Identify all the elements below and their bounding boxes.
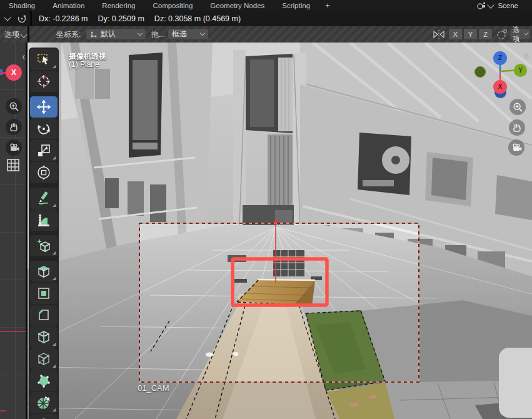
measure-icon (36, 212, 52, 228)
tool-bevel-button[interactable] (30, 305, 58, 326)
mirror-x-toggle[interactable]: X (448, 28, 463, 40)
tab-shading[interactable]: Shading (0, 0, 44, 11)
viewport-header: Dx: -0.2286 m Dy: 0.2509 m Dz: 0.3058 m … (0, 11, 532, 27)
scene-name: Scene (498, 2, 518, 9)
tool-select-box-button[interactable] (30, 49, 58, 70)
orbit-icon (16, 13, 28, 24)
left-options-label: 选项 (4, 30, 19, 39)
tool-scale-button[interactable] (30, 140, 58, 161)
toolbar (29, 48, 59, 419)
left-editor-options-dropdown[interactable]: 选项 (0, 26, 26, 43)
transform-icon (36, 164, 52, 181)
delta-z-value: Dz: 0.3058 m (0.4569 m) (154, 14, 241, 23)
axis-y-negative-ball[interactable] (474, 66, 486, 78)
work-area: ‹ X (0, 43, 532, 419)
poly-build-icon (36, 373, 52, 389)
mirror-icon[interactable] (433, 29, 445, 40)
tool-cursor-button[interactable] (30, 71, 58, 92)
mirror-y-toggle[interactable]: Y (463, 28, 478, 40)
options-label: 选项 (513, 25, 522, 44)
x-axis-gridline (0, 331, 26, 332)
orientation-label: 坐标系: (56, 26, 81, 43)
orientation-value: 默认 (101, 29, 116, 39)
topbar: Shading Animation Rendering Compositing … (0, 0, 532, 12)
selection-label: (1) Plane (69, 60, 99, 69)
smooth-icon (36, 416, 52, 419)
inset-faces-icon (36, 285, 52, 301)
main-3d-viewport[interactable]: 摄像机透视 (1) Plane 01_CAM ‹ (28, 43, 532, 419)
drag-label: 拖... (151, 26, 165, 43)
tool-loop-cut-button[interactable] (30, 326, 58, 348)
pan-button[interactable] (6, 119, 22, 135)
orientation-dropdown[interactable]: 默认 (86, 28, 146, 40)
axes-icon (90, 31, 98, 38)
rotate-icon (36, 121, 52, 137)
proportional-falloff-icon[interactable] (496, 29, 508, 40)
tab-compositing[interactable]: Compositing (144, 0, 201, 11)
zoom-button[interactable] (509, 99, 526, 115)
editor-type-chevron-icon[interactable] (4, 14, 11, 21)
tool-poly-build-button[interactable] (30, 370, 58, 391)
bevel-icon (36, 307, 52, 323)
chevron-down-icon (200, 31, 205, 36)
tab-scripting[interactable]: Scripting (273, 0, 319, 11)
options-dropdown[interactable]: 选项 (509, 28, 531, 40)
tool-transform-button[interactable] (30, 162, 58, 183)
grid-icon[interactable] (6, 158, 21, 173)
scene-selector[interactable]: Scene (476, 0, 518, 11)
tab-geometry-nodes[interactable]: Geometry Nodes (201, 0, 273, 11)
axis-z-ball[interactable]: Z (493, 51, 507, 65)
drag-mode-dropdown[interactable]: 框选 (168, 28, 209, 40)
camera-name-label: 01_CAM (138, 383, 169, 393)
x-axis-ball[interactable]: X (6, 64, 22, 81)
chevron-down-icon (488, 1, 494, 8)
tab-rendering[interactable]: Rendering (93, 0, 144, 11)
extrude-region-icon (36, 263, 52, 280)
camera-view-icon (511, 142, 522, 153)
chevron-down-icon (20, 31, 27, 38)
delta-x-value: Dx: -0.2286 m (39, 14, 88, 23)
camera-view-button[interactable] (508, 139, 524, 156)
scene-icon (476, 1, 486, 10)
tool-rotate-button[interactable] (30, 118, 58, 139)
tool-extrude-region-button[interactable] (30, 261, 58, 282)
axis-x-ball[interactable]: X (493, 80, 507, 94)
knife-icon (36, 351, 52, 367)
annotate-icon (36, 190, 52, 206)
tool-measure-button[interactable] (30, 210, 58, 231)
delta-y-value: Dy: 0.2509 m (98, 14, 144, 23)
tab-animation[interactable]: Animation (44, 0, 93, 11)
view-axis-gizmo[interactable]: Z Y X (473, 49, 530, 103)
pan-icon (8, 121, 19, 133)
collapse-arrow[interactable]: ‹ (23, 49, 25, 63)
pan-icon (511, 122, 523, 133)
blender-window: Shading Animation Rendering Compositing … (0, 0, 532, 419)
camera-view-icon (8, 142, 19, 153)
move-icon (36, 99, 52, 115)
pan-button[interactable] (509, 119, 525, 136)
tool-settings-bar: 选项 坐标系: 默认 拖... 框选 X Y Z (0, 26, 532, 43)
chevron-down-icon (524, 31, 528, 35)
zoom-button[interactable] (6, 98, 22, 114)
axis-y-ball[interactable]: Y (514, 64, 527, 77)
add-cube-icon (36, 238, 52, 254)
add-workspace-button[interactable]: + (319, 0, 336, 11)
tool-add-cube-button[interactable] (30, 235, 58, 256)
spin-icon (36, 395, 52, 411)
chevron-down-icon (138, 31, 143, 36)
editor-divider (28, 26, 29, 43)
select-box-icon (36, 51, 52, 68)
tool-move-button[interactable] (30, 96, 58, 118)
tool-annotate-button[interactable] (30, 188, 58, 209)
tool-knife-button[interactable] (30, 348, 58, 370)
drag-mode-value: 框选 (172, 29, 187, 39)
loop-cut-icon (36, 329, 52, 345)
tool-spin-button[interactable] (30, 392, 58, 413)
camera-view-button[interactable] (6, 139, 22, 156)
editor-divider (30, 11, 32, 26)
scale-icon (36, 143, 52, 159)
tool-inset-faces-button[interactable] (30, 283, 58, 304)
tool-smooth-button[interactable] (30, 414, 58, 419)
mirror-z-toggle[interactable]: Z (478, 28, 493, 40)
cursor-icon (36, 73, 52, 89)
